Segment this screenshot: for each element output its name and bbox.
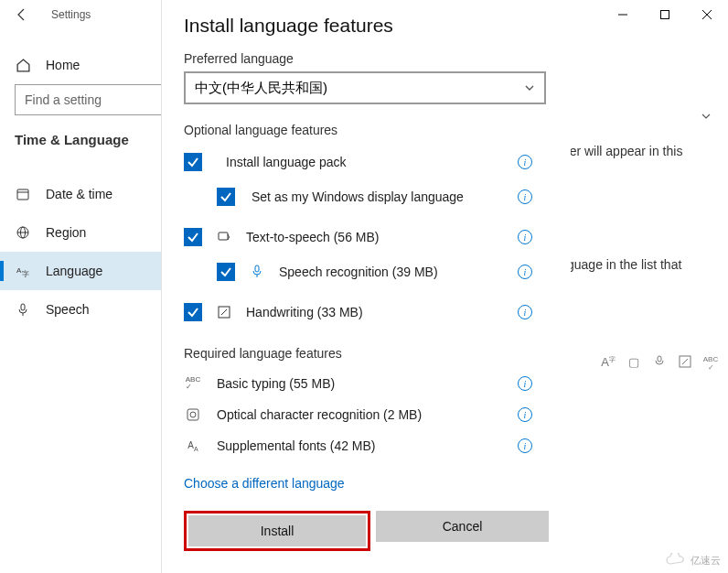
dropdown-value: 中文(中华人民共和国) xyxy=(195,80,327,97)
option-display-language: Set as my Windows display language i xyxy=(184,179,549,214)
info-icon[interactable]: i xyxy=(518,189,532,204)
language-icon: A字 xyxy=(15,263,31,279)
checkbox-handwriting[interactable] xyxy=(184,303,202,321)
pen-feat-icon xyxy=(677,355,693,372)
abc-icon: ABC✓ xyxy=(184,374,202,393)
lang-feat-icon: A字 xyxy=(600,355,616,372)
dialog-button-row: Install Cancel xyxy=(184,511,549,551)
info-icon[interactable]: i xyxy=(518,305,532,319)
checkbox-tts[interactable] xyxy=(184,228,202,246)
svg-point-22 xyxy=(190,412,196,417)
svg-text:字: 字 xyxy=(22,270,29,278)
feature-icon-strip: A字 ▢ ABC✓ xyxy=(600,355,719,372)
arrow-left-icon xyxy=(15,7,29,22)
back-button[interactable] xyxy=(11,4,33,26)
watermark: 亿速云 xyxy=(665,553,721,568)
window-controls xyxy=(602,0,728,29)
install-highlight: Install xyxy=(184,511,370,551)
microphone-icon xyxy=(248,263,266,281)
required-basic-typing: ABC✓ Basic typing (55 MB) i xyxy=(184,368,549,399)
close-icon xyxy=(702,10,712,19)
svg-rect-1 xyxy=(661,11,669,19)
mic-feat-icon xyxy=(651,355,668,372)
watermark-text: 亿速云 xyxy=(691,554,721,568)
handwriting-icon xyxy=(215,303,233,321)
ocr-icon xyxy=(184,405,202,424)
fonts-icon: AA xyxy=(184,437,202,455)
home-icon xyxy=(15,57,31,73)
info-icon[interactable]: i xyxy=(518,376,532,391)
background-text-fragment-2: guage in the list that xyxy=(567,254,710,275)
option-text-to-speech: Text-to-speech (56 MB) i xyxy=(184,220,549,254)
checkbox-display-language[interactable] xyxy=(217,188,235,206)
dialog-title: Install language features xyxy=(184,15,549,37)
install-language-dialog: Install language features Preferred lang… xyxy=(162,0,571,573)
required-features-header: Required language features xyxy=(184,346,549,361)
cloud-icon xyxy=(665,553,687,568)
required-label: Basic typing (55 MB) xyxy=(217,376,335,391)
checkbox-speech-rec[interactable] xyxy=(217,263,235,281)
tts-feat-icon: ▢ xyxy=(626,355,642,372)
svg-rect-17 xyxy=(219,232,228,240)
app-title: Settings xyxy=(51,8,91,21)
background-text-fragment-1: rer will appear in this xyxy=(565,141,710,161)
svg-rect-15 xyxy=(658,356,661,362)
cancel-button[interactable]: Cancel xyxy=(376,511,549,542)
required-fonts: AA Supplemental fonts (42 MB) i xyxy=(184,430,549,461)
sidebar-item-label: Region xyxy=(46,225,86,240)
microphone-icon xyxy=(15,301,31,318)
chevron-down-icon xyxy=(524,81,535,96)
svg-rect-6 xyxy=(17,189,28,200)
maximize-button[interactable] xyxy=(644,0,686,29)
globe-icon xyxy=(15,224,31,241)
choose-different-language-link[interactable]: Choose a different language xyxy=(184,476,345,491)
option-label: Install language pack xyxy=(226,155,347,169)
required-label: Supplemental fonts (42 MB) xyxy=(217,438,376,453)
chevron-down-icon xyxy=(701,110,712,121)
info-icon[interactable]: i xyxy=(518,438,532,453)
install-button[interactable]: Install xyxy=(188,515,366,546)
option-label: Set as my Windows display language xyxy=(252,189,464,204)
info-icon[interactable]: i xyxy=(518,265,532,279)
minimize-button[interactable] xyxy=(602,0,644,29)
optional-features-header: Optional language features xyxy=(184,123,549,137)
info-icon[interactable]: i xyxy=(518,155,532,169)
option-label: Handwriting (33 MB) xyxy=(246,305,363,319)
required-ocr: Optical character recognition (2 MB) i xyxy=(184,399,549,430)
checkbox-language-pack[interactable] xyxy=(184,153,202,171)
sidebar-item-label: Speech xyxy=(46,302,89,317)
maximize-icon xyxy=(660,10,669,19)
option-install-language-pack: Install language pack i xyxy=(184,145,549,179)
svg-rect-18 xyxy=(255,265,259,272)
option-label: Speech recognition (39 MB) xyxy=(279,265,438,279)
required-label: Optical character recognition (2 MB) xyxy=(217,407,422,422)
sidebar-home-label: Home xyxy=(46,58,80,72)
svg-rect-21 xyxy=(187,409,198,420)
minimize-icon xyxy=(618,10,627,19)
info-icon[interactable]: i xyxy=(518,230,532,244)
info-icon[interactable]: i xyxy=(518,407,532,422)
option-handwriting: Handwriting (33 MB) i xyxy=(184,295,549,330)
close-button[interactable] xyxy=(686,0,728,29)
preferred-language-dropdown[interactable]: 中文(中华人民共和国) xyxy=(184,71,546,104)
preferred-language-label: Preferred language xyxy=(184,51,549,66)
clock-icon xyxy=(15,186,31,202)
sidebar-item-label: Language xyxy=(46,264,102,278)
abc-feat-icon: ABC✓ xyxy=(702,355,719,372)
tts-icon xyxy=(215,228,233,246)
option-speech-recognition: Speech recognition (39 MB) i xyxy=(184,254,549,289)
svg-rect-13 xyxy=(21,304,25,310)
sidebar-item-label: Date & time xyxy=(46,187,112,201)
option-label: Text-to-speech (56 MB) xyxy=(246,230,380,244)
